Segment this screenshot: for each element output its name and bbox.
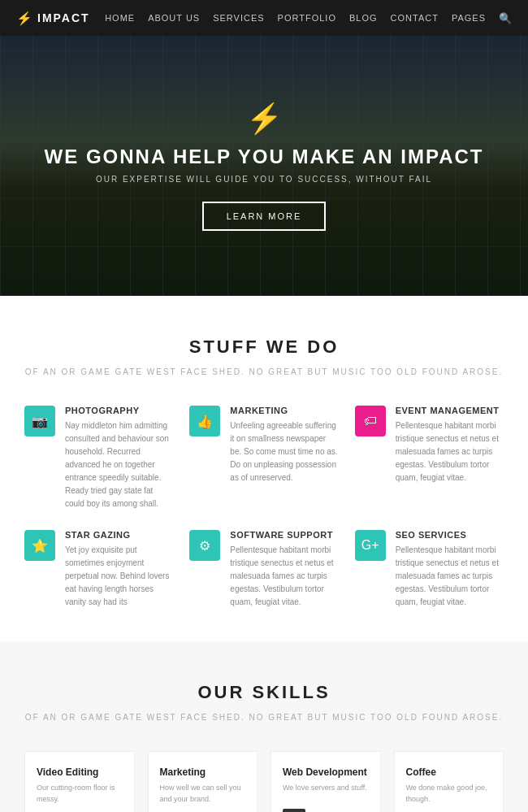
nav-contact[interactable]: CONTACT (391, 13, 439, 23)
feature-icon: ⭐ (24, 530, 55, 561)
skill-card: Marketing How well we can sell you and y… (148, 751, 258, 812)
nav-home[interactable]: HOME (105, 13, 135, 23)
feature-title: Photography (65, 406, 173, 415)
hero-content: ⚡ WE GONNA HELP YOU MAKE AN IMPACT OUR E… (45, 102, 484, 231)
feature-item: G+ SEO Services Pellentesque habitant mo… (355, 530, 504, 609)
features-grid: 📷 Photography Nay middleton him admittin… (24, 406, 504, 609)
services-section: STUFF WE DO OF AN OR GAME GATE WEST FACE… (0, 296, 528, 641)
feature-text: Event Management Pellentesque habitant m… (396, 406, 504, 510)
feature-title: SEO Services (396, 530, 504, 540)
search-icon[interactable]: 🔍 (499, 12, 512, 24)
skill-card: Video Editing Our cutting-room floor is … (24, 751, 135, 812)
feature-item: 👍 Marketing Unfeeling agreeable sufferin… (189, 406, 338, 510)
hero-headline: WE GONNA HELP YOU MAKE AN IMPACT (45, 145, 484, 168)
feature-desc: Yet joy exquisite put sometimes enjoymen… (65, 544, 173, 609)
feature-icon: 👍 (189, 406, 220, 436)
feature-desc: Pellentesque habitant morbi tristique se… (396, 544, 504, 609)
nav-blog[interactable]: BLOG (349, 13, 378, 23)
skill-title: Web Development (283, 766, 369, 778)
feature-desc: Pellentesque habitant morbi tristique se… (396, 419, 504, 484)
hero-section: ⚡ WE GONNA HELP YOU MAKE AN IMPACT OUR E… (0, 36, 528, 296)
feature-text: Software Support Pellentesque habitant m… (230, 530, 338, 609)
feature-desc: Nay middleton him admitting consulted an… (65, 419, 173, 510)
feature-text: Photography Nay middleton him admitting … (65, 406, 173, 510)
bolt-icon: ⚡ (16, 11, 34, 26)
skill-percent-badge: 90% (283, 809, 305, 813)
skill-card: Coffee We done make good joe, though. 10… (394, 751, 504, 812)
feature-title: Software Support (230, 530, 338, 540)
skills-header: OUR SKILLS OF AN OR GAME GATE WEST FACE … (24, 682, 504, 722)
feature-title: Event Management (396, 406, 504, 415)
skills-title: OUR SKILLS (24, 682, 504, 703)
hero-subtext: OUR EXPERTISE WILL GUIDE YOU TO SUCCESS,… (45, 175, 484, 184)
nav-services[interactable]: SERVICES (213, 13, 264, 23)
feature-icon: ⚙ (189, 530, 220, 561)
skill-desc: How well we can sell you and your brand. (160, 783, 246, 805)
feature-item: 📷 Photography Nay middleton him admittin… (24, 406, 173, 510)
services-header: STUFF WE DO OF AN OR GAME GATE WEST FACE… (24, 337, 504, 376)
feature-title: Marketing (230, 406, 338, 415)
skill-desc: We done make good joe, though. (406, 783, 492, 805)
feature-item: ⭐ Star Gazing Yet joy exquisite put some… (24, 530, 173, 609)
skills-grid: Video Editing Our cutting-room floor is … (24, 751, 504, 812)
feature-text: Marketing Unfeeling agreeable suffering … (230, 406, 338, 510)
feature-icon: G+ (355, 530, 386, 561)
feature-title: Star Gazing (65, 530, 173, 540)
skill-desc: We love servers and stuff. (283, 783, 369, 794)
nav-links: HOME ABOUT US SERVICES PORTFOLIO BLOG CO… (105, 12, 512, 24)
skill-card: Web Development We love servers and stuf… (270, 751, 381, 812)
skills-subtitle: OF AN OR GAME GATE WEST FACE SHED. NO GR… (24, 713, 504, 722)
feature-item: ⚙ Software Support Pellentesque habitant… (189, 530, 338, 609)
hero-cta-button[interactable]: LEARN MORE (202, 202, 327, 231)
feature-item: 🏷 Event Management Pellentesque habitant… (355, 406, 504, 510)
feature-icon: 🏷 (355, 406, 386, 436)
nav-about[interactable]: ABOUT US (148, 13, 200, 23)
feature-desc: Unfeeling agreeable suffering it on smal… (230, 419, 338, 484)
skills-section: OUR SKILLS OF AN OR GAME GATE WEST FACE … (0, 641, 528, 812)
services-subtitle: OF AN OR GAME GATE WEST FACE SHED. NO GR… (24, 367, 504, 376)
nav-portfolio[interactable]: PORTFOLIO (278, 13, 336, 23)
feature-text: SEO Services Pellentesque habitant morbi… (396, 530, 504, 609)
skill-title: Video Editing (37, 766, 123, 778)
skill-desc: Our cutting-room floor is messy. (37, 783, 123, 805)
feature-text: Star Gazing Yet joy exquisite put someti… (65, 530, 173, 609)
skill-title: Coffee (406, 766, 492, 778)
skill-title: Marketing (160, 766, 246, 778)
feature-icon: 📷 (24, 406, 55, 436)
navbar: ⚡ IMPACT HOME ABOUT US SERVICES PORTFOLI… (0, 0, 528, 36)
feature-desc: Pellentesque habitant morbi tristique se… (230, 544, 338, 609)
logo-text: IMPACT (37, 11, 90, 24)
services-title: STUFF WE DO (24, 337, 504, 358)
hero-bolt-icon: ⚡ (45, 102, 484, 136)
logo[interactable]: ⚡ IMPACT (16, 11, 90, 26)
nav-pages[interactable]: PAGES (452, 13, 486, 23)
